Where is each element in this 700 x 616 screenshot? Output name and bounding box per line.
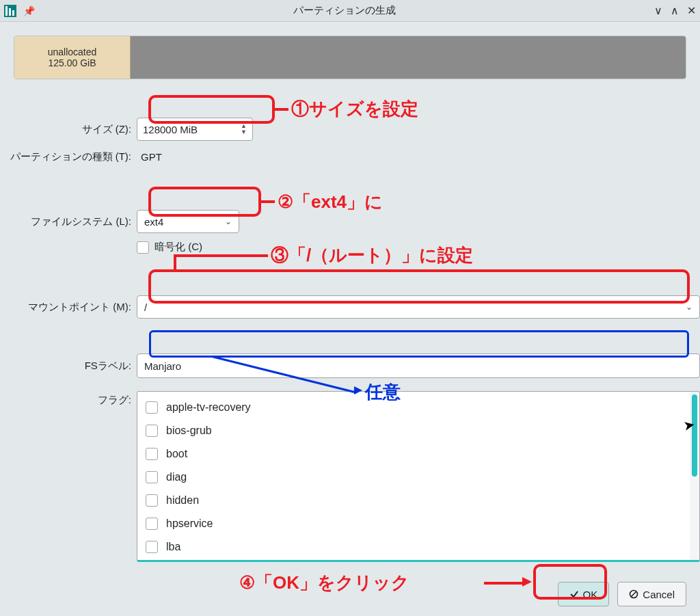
chevron-down-icon: ⌄ [686,302,692,312]
annotation-arrowhead [354,386,362,394]
flag-item[interactable]: diag [137,466,690,489]
svg-rect-2 [12,10,14,16]
label-fslabel: FSラベル: [0,360,137,373]
annotation-connector [175,254,268,257]
flags-list: apple-tv-recovery bios-grub boot diag hi… [137,392,690,560]
label-flags: フラグ: [0,391,137,407]
annotation-text-1: ①サイズを設定 [291,97,418,121]
svg-line-4 [632,592,636,597]
scrollbar-thumb[interactable] [692,394,697,477]
ok-button[interactable]: OK [558,582,610,606]
partition-unallocated-label: unallocated [48,46,97,57]
flag-checkbox[interactable] [146,425,158,437]
check-icon [569,589,579,599]
annotation-connector [174,254,176,269]
pin-icon[interactable]: 📌 [23,5,35,16]
flag-checkbox[interactable] [146,471,158,483]
partition-remaining[interactable] [131,36,686,79]
label-mountpoint: マウントポイント (M): [0,301,137,314]
fslabel-value: Manjaro [144,360,181,372]
flag-label: diag [166,468,187,487]
encrypt-label: 暗号化 (C) [154,241,202,254]
flag-item[interactable]: apple-tv-recovery [137,396,690,419]
label-partition-type: パーティションの種類 (T): [0,150,137,163]
flag-item[interactable]: hidden [137,489,690,512]
label-size: サイズ (Z): [0,123,137,136]
flag-checkbox[interactable] [146,448,158,460]
ok-label: OK [583,589,598,600]
partition-type-value: GPT [137,151,162,163]
annotation-text-optional: 任意 [365,380,401,404]
flag-label: bios-grub [166,421,212,440]
minimize-button[interactable]: ∨ [654,4,662,17]
flag-label: hpservice [166,514,213,533]
flag-checkbox[interactable] [146,401,158,414]
partition-unallocated[interactable]: unallocated 125.00 GiB [14,36,131,79]
flag-label: hidden [166,491,199,510]
flag-label: apple-tv-recovery [166,398,251,417]
flag-item[interactable]: boot [137,442,690,466]
app-icon [4,5,16,17]
window-title: パーティションの生成 [35,4,654,17]
svg-rect-0 [5,6,8,16]
mountpoint-select[interactable]: / ⌄ [137,295,700,319]
cancel-icon [629,589,638,599]
label-filesystem: ファイルシステム (L): [0,215,137,228]
partition-unallocated-size: 125.00 GiB [48,57,96,68]
flag-item[interactable]: lba [137,535,690,559]
flag-checkbox[interactable] [146,494,158,507]
annotation-connector [275,108,288,111]
flags-listbox[interactable]: apple-tv-recovery bios-grub boot diag hi… [137,391,700,562]
filesystem-value: ext4 [144,216,163,228]
chevron-down-icon: ⌄ [225,217,232,226]
window-controls: ∨ ∧ ✕ [654,4,696,17]
filesystem-select[interactable]: ext4 ⌄ [137,210,239,233]
annotation-text-2: ②「ext4」に [278,190,383,214]
flag-label: lba [166,537,180,557]
titlebar: 📌 パーティションの生成 ∨ ∧ ✕ [0,0,700,22]
cancel-label: Cancel [643,589,675,600]
size-spinbox[interactable]: 128000 MiB ▲▼ [137,118,253,141]
maximize-button[interactable]: ∧ [671,4,679,17]
flag-item[interactable]: hpservice [137,512,690,535]
flag-label: boot [166,444,187,464]
annotation-text-4: ④「OK」をクリック [239,571,409,595]
flag-checkbox[interactable] [146,541,158,553]
close-button[interactable]: ✕ [687,4,696,17]
flag-item[interactable]: bios-grub [137,419,690,442]
partition-bar: unallocated 125.00 GiB [14,36,686,79]
size-value: 128000 MiB [143,124,198,135]
annotation-arrowhead [522,577,532,587]
mountpoint-value: / [144,302,147,313]
annotation-connector [261,200,275,203]
encrypt-checkbox[interactable] [137,241,149,254]
svg-rect-1 [9,8,11,16]
spinbox-arrows[interactable]: ▲▼ [241,123,247,135]
flag-checkbox[interactable] [146,518,158,530]
annotation-text-3: ③「/（ルート）」に設定 [271,243,473,267]
annotation-connector [484,582,524,585]
cancel-button[interactable]: Cancel [617,582,686,606]
